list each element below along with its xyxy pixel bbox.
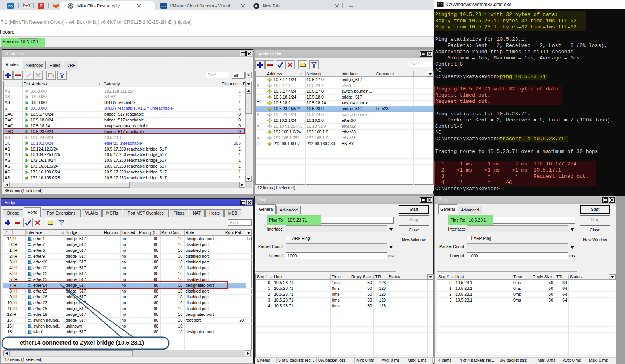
svg-text:vmw: vmw xyxy=(161,5,166,7)
svg-text:C:\: C:\ xyxy=(438,3,443,6)
